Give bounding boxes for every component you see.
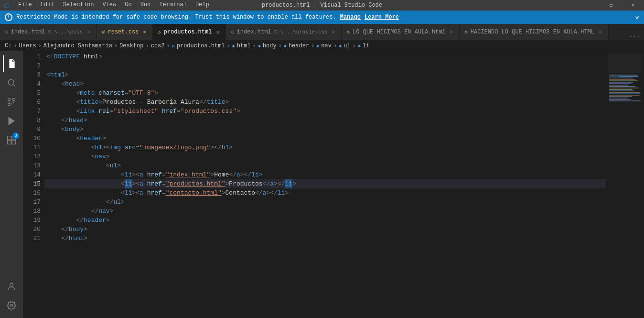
tab-label-1: index.html bbox=[11, 29, 45, 35]
breadcrumb-html[interactable]: html bbox=[237, 43, 251, 49]
breadcrumb: C: › Users › Alejandro Santamaria › Desk… bbox=[0, 41, 644, 51]
tab-haciendo-lo-que-hicimos[interactable]: ◇ HACIENDO LO QUE HICIMOS EN AULA.HTML ✕ bbox=[460, 24, 609, 40]
breadcrumb-header[interactable]: header bbox=[289, 43, 309, 49]
code-line-10: <header> bbox=[44, 134, 606, 143]
learn-more-link[interactable]: Learn More bbox=[365, 14, 399, 21]
line-numbers: 1 2 3 4 5 6 7 8 9 10 11 12 13 14 15 16 1… bbox=[23, 51, 44, 318]
search-icon[interactable] bbox=[3, 74, 20, 91]
code-line-3: <html> bbox=[44, 70, 606, 79]
svg-rect-9 bbox=[12, 141, 16, 144]
code-line-11: <h1><img src="imagenes/logo.png"></h1> bbox=[44, 143, 606, 152]
code-line-20: </body> bbox=[44, 225, 606, 234]
code-line-2 bbox=[44, 61, 606, 70]
breadcrumb-users[interactable]: Users bbox=[19, 43, 36, 49]
svg-rect-8 bbox=[8, 141, 11, 144]
breadcrumb-ccs2[interactable]: ccs2 bbox=[151, 43, 165, 49]
code-line-6: <title>Productos - Barbería Alura</title… bbox=[44, 98, 606, 107]
tab-close-4[interactable]: ✕ bbox=[331, 28, 337, 35]
editor-area: 1 2 3 4 5 6 7 8 9 10 11 12 13 14 15 16 1… bbox=[23, 51, 644, 318]
window-title: productos.html - Visual Studio Code bbox=[262, 2, 382, 9]
tab-icon-2: # bbox=[102, 29, 105, 35]
tab-path-4: C:\...\oracle.css bbox=[274, 29, 328, 35]
minimize-button[interactable]: ─ bbox=[578, 0, 600, 11]
tab-icon-1: ◇ bbox=[5, 29, 8, 35]
shield-icon: ! bbox=[5, 13, 12, 21]
restore-button[interactable]: ◻ bbox=[600, 0, 622, 11]
tab-close-3[interactable]: ✕ bbox=[215, 29, 221, 36]
breadcrumb-body[interactable]: body bbox=[263, 43, 277, 49]
code-line-16: <li><a href="contacto.html">Contacto</a>… bbox=[44, 188, 606, 197]
breadcrumb-ul[interactable]: ul bbox=[343, 43, 350, 49]
tab-close-5[interactable]: ✕ bbox=[449, 28, 455, 35]
menu-view[interactable]: View bbox=[100, 1, 118, 10]
code-line-4: <head> bbox=[44, 79, 606, 88]
breadcrumb-c[interactable]: C: bbox=[5, 43, 11, 49]
menu-go[interactable]: Go bbox=[123, 1, 133, 10]
tab-label-2: reset.css bbox=[108, 29, 139, 35]
code-editor[interactable]: 1 2 3 4 5 6 7 8 9 10 11 12 13 14 15 16 1… bbox=[23, 51, 644, 318]
menu-edit[interactable]: Edit bbox=[39, 1, 56, 10]
run-debug-icon[interactable] bbox=[3, 112, 20, 130]
tab-index-html-2[interactable]: ◇ index.html C:\...\oracle.css ✕ bbox=[226, 24, 342, 40]
code-line-1: <!DOCTYPE html> bbox=[44, 52, 606, 61]
tab-label-5: LO QUE HICIMOS EN AULA.html bbox=[353, 29, 445, 35]
extensions-badge: 3 bbox=[12, 132, 19, 139]
menu-bar: ⬡ File Edit Selection View Go Run Termin… bbox=[0, 1, 215, 10]
code-line-5: <meta charset="UTF-8"> bbox=[44, 88, 606, 98]
code-line-19: </header> bbox=[44, 216, 606, 225]
manage-link[interactable]: Manage bbox=[340, 14, 361, 21]
tab-productos-html[interactable]: ◇ productos.html ✕ bbox=[153, 24, 226, 40]
close-button[interactable]: ✕ bbox=[622, 0, 644, 11]
notification-close-button[interactable]: ✕ bbox=[635, 13, 639, 22]
code-line-8: </head> bbox=[44, 116, 606, 125]
main-layout: 3 1 2 3 4 5 6 7 8 9 10 11 12 bbox=[0, 51, 644, 318]
tab-close-2[interactable]: ● bbox=[141, 29, 148, 35]
menu-run[interactable]: Run bbox=[139, 1, 153, 10]
code-line-15: <li><a href="productos.html">Productos</… bbox=[44, 179, 606, 188]
code-content[interactable]: <!DOCTYPE html> <html> <head> <meta char… bbox=[44, 51, 606, 318]
extensions-icon[interactable]: 3 bbox=[3, 132, 20, 149]
tab-icon-4: ◇ bbox=[231, 29, 234, 35]
code-line-14: <li><a href="index.html">Home</a></li> bbox=[44, 170, 606, 179]
code-line-21: </html> bbox=[44, 234, 606, 243]
settings-icon[interactable] bbox=[3, 297, 20, 314]
breadcrumb-productos[interactable]: productos.html bbox=[177, 43, 225, 49]
window-controls: ─ ◻ ✕ bbox=[578, 0, 644, 11]
svg-point-2 bbox=[8, 99, 11, 101]
code-line-18: </nav> bbox=[44, 207, 606, 216]
code-line-9: <body> bbox=[44, 125, 606, 134]
menu-file[interactable]: File bbox=[16, 1, 34, 10]
explorer-icon[interactable] bbox=[3, 55, 20, 72]
tab-close-6[interactable]: ✕ bbox=[597, 28, 603, 35]
breadcrumb-desktop[interactable]: Desktop bbox=[119, 43, 143, 49]
tab-label-3: productos.html bbox=[164, 29, 212, 35]
menu-help[interactable]: Help bbox=[193, 1, 211, 10]
notification-text: Restricted Mode is intended for safe cod… bbox=[16, 14, 336, 21]
svg-point-0 bbox=[8, 79, 14, 85]
tab-icon-6: ◇ bbox=[464, 29, 468, 35]
code-line-12: <nav> bbox=[44, 152, 606, 161]
tab-lo-que-hicimos[interactable]: ◇ LO QUE HICIMOS EN AULA.html ✕ bbox=[342, 24, 460, 40]
menu-terminal[interactable]: Terminal bbox=[157, 1, 189, 10]
tab-reset-css[interactable]: # reset.css ● bbox=[97, 24, 153, 40]
activity-bar: 3 bbox=[0, 51, 23, 318]
svg-point-10 bbox=[10, 283, 13, 286]
source-control-icon[interactable] bbox=[3, 93, 20, 110]
breadcrumb-alejandro[interactable]: Alejandro Santamaria bbox=[43, 43, 112, 49]
notification-bar: ! Restricted Mode is intended for safe c… bbox=[0, 11, 644, 24]
svg-line-1 bbox=[13, 85, 15, 87]
svg-marker-5 bbox=[9, 118, 14, 125]
tab-index-html-1[interactable]: ◇ index.html C:\...\ccss ✕ bbox=[0, 24, 97, 40]
menu-selection[interactable]: Selection bbox=[61, 1, 96, 10]
account-icon[interactable] bbox=[3, 278, 20, 295]
minimap bbox=[606, 51, 644, 318]
code-line-13: <ul> bbox=[44, 161, 606, 170]
tab-close-1[interactable]: ✕ bbox=[86, 28, 92, 35]
tab-label-4: index.html bbox=[237, 29, 271, 35]
title-bar: ⬡ File Edit Selection View Go Run Termin… bbox=[0, 0, 644, 11]
breadcrumb-nav[interactable]: nav bbox=[321, 43, 332, 49]
tab-overflow-button[interactable]: ··· bbox=[624, 33, 644, 40]
tab-icon-3: ◇ bbox=[158, 29, 161, 35]
breadcrumb-li[interactable]: li bbox=[363, 43, 369, 49]
tab-icon-5: ◇ bbox=[346, 29, 350, 35]
